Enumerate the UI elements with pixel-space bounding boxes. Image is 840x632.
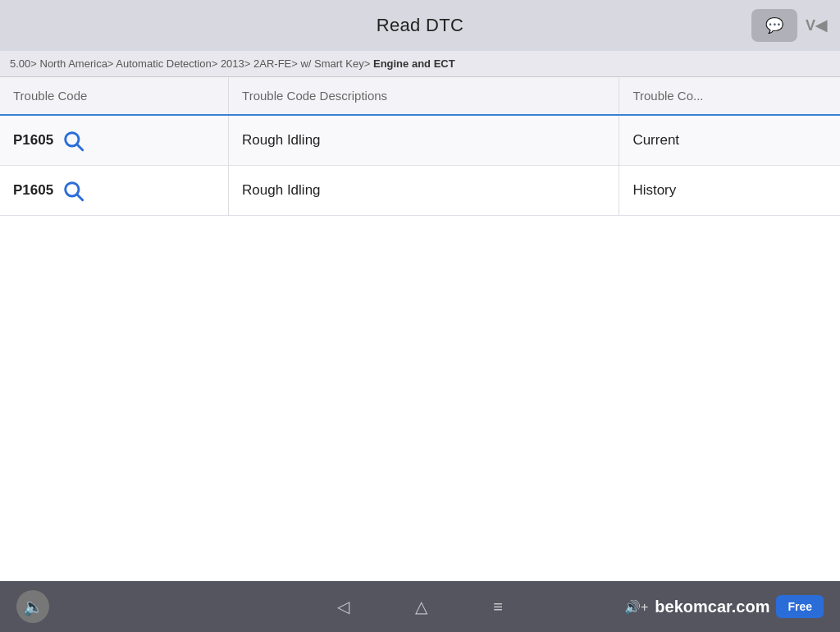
description-cell: Rough Idling bbox=[229, 115, 619, 166]
free-button[interactable]: Free bbox=[776, 595, 824, 618]
table-row: P1605 Rough IdlingHistory bbox=[0, 166, 840, 216]
bottom-center-controls: ◁ △ ≡ bbox=[337, 597, 503, 616]
volume-down-icon: 🔈 bbox=[23, 597, 43, 616]
search-icon bbox=[62, 179, 84, 202]
empty-area bbox=[0, 329, 840, 581]
code-cell: P1605 bbox=[0, 166, 229, 216]
table-row: P1605 Rough IdlingCurrent bbox=[0, 115, 840, 166]
table-header-row: Trouble Code Trouble Code Descriptions T… bbox=[0, 77, 840, 115]
svg-line-3 bbox=[77, 195, 82, 199]
dtc-table: Trouble Code Trouble Code Descriptions T… bbox=[0, 77, 840, 216]
description-cell: Rough Idling bbox=[229, 166, 619, 216]
bottom-navigation-bar: 🔈 ◁ △ ≡ 🔊+ bekomcar.com Free bbox=[0, 581, 840, 632]
trouble-code: P1605 bbox=[13, 132, 53, 149]
bottom-right-controls: 🔊+ bekomcar.com Free bbox=[624, 595, 824, 618]
breadcrumb-last: Engine and ECT bbox=[370, 57, 454, 70]
search-icon-button[interactable] bbox=[62, 129, 84, 152]
status-cell: History bbox=[619, 166, 840, 216]
bekomcar-logo: bekomcar.com bbox=[655, 598, 769, 616]
svg-line-1 bbox=[77, 144, 82, 149]
search-icon bbox=[62, 129, 84, 152]
col-header-description: Trouble Code Descriptions bbox=[229, 77, 619, 115]
app-header: Read DTC 💬 V◀ bbox=[0, 0, 840, 51]
volume-up-icon[interactable]: 🔊+ bbox=[624, 599, 648, 615]
col-header-code: Trouble Code bbox=[0, 77, 229, 115]
chat-button[interactable]: 💬 bbox=[751, 9, 797, 42]
header-actions: 💬 V◀ bbox=[751, 9, 827, 42]
back-icon[interactable]: ◁ bbox=[337, 597, 349, 616]
status-cell: Current bbox=[619, 115, 840, 166]
col-header-status: Trouble Co... bbox=[619, 77, 840, 115]
breadcrumb: 5.00> North America> Automatic Detection… bbox=[0, 51, 840, 77]
chat-icon: 💬 bbox=[765, 16, 783, 34]
bottom-left-controls: 🔈 bbox=[16, 590, 49, 623]
page-title: Read DTC bbox=[377, 15, 463, 36]
home-icon[interactable]: △ bbox=[415, 597, 427, 616]
search-icon-button[interactable] bbox=[62, 179, 84, 202]
breadcrumb-path: 5.00> North America> Automatic Detection… bbox=[10, 57, 370, 70]
menu-icon[interactable]: ≡ bbox=[493, 598, 503, 616]
bekomcar-text: bekomcar.com bbox=[655, 598, 769, 616]
code-cell: P1605 bbox=[0, 115, 229, 166]
v-label: V◀ bbox=[806, 16, 827, 34]
volume-down-container[interactable]: 🔈 bbox=[16, 590, 49, 623]
trouble-code: P1605 bbox=[13, 182, 53, 199]
dtc-table-container: Trouble Code Trouble Code Descriptions T… bbox=[0, 77, 840, 329]
